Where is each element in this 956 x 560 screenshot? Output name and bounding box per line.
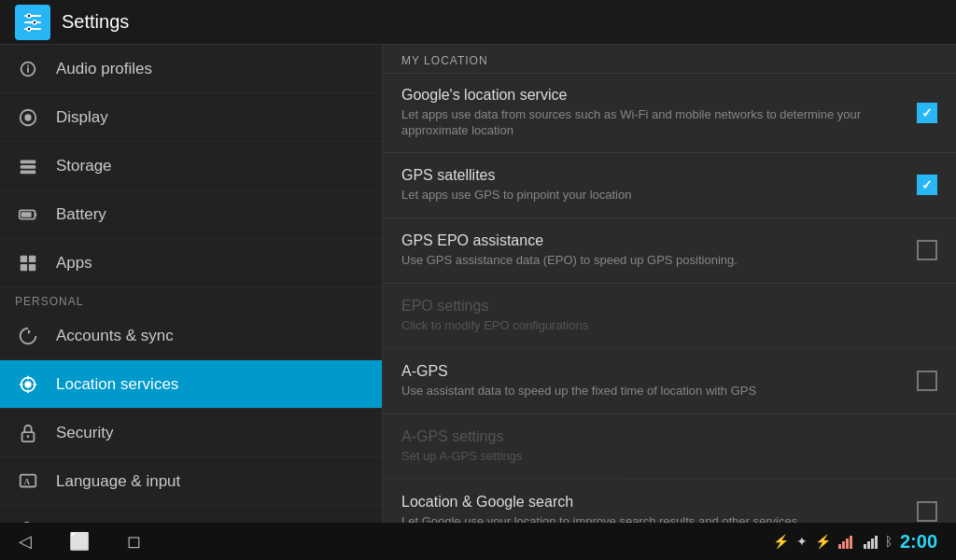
setting-desc: Set up A-GPS settings [401,449,937,465]
status-bar: ◁ ⬜ ◻ ⚡ ✦ ⚡ ᛒ 2:00 [0,523,956,560]
setting-item-a-gps-settings: A-GPS settingsSet up A-GPS settings [383,414,956,480]
setting-title: GPS EPO assistance [401,232,906,249]
svg-point-5 [27,27,31,31]
svg-point-4 [33,21,36,24]
svg-rect-8 [21,160,36,163]
svg-point-6 [24,114,31,120]
status-time: 2:00 [900,531,937,553]
sidebar-item-label: Security [56,424,113,442]
setting-item-a-gps[interactable]: A-GPSUse assistant data to speed up the … [383,349,956,414]
svg-rect-14 [21,255,27,261]
sidebar-item-location-services[interactable]: Location services [0,360,382,409]
main-content: Audio profiles Display Storage [0,45,956,523]
svg-rect-17 [29,263,35,270]
setting-title: GPS satellites [401,167,906,184]
svg-point-3 [27,14,31,18]
setting-title: A-GPS settings [401,428,937,445]
home-button[interactable]: ⬜ [69,531,90,552]
setting-checkbox[interactable] [917,240,937,260]
setting-desc: Let apps use data from sources such as W… [401,107,906,139]
storage-icon [15,153,41,179]
setting-item-location-google-search[interactable]: Location & Google searchLet Google use y… [383,480,956,523]
back-button[interactable]: ◁ [19,531,32,552]
usb-icon: ⚡ [773,534,789,549]
setting-title: A-GPS [401,363,906,380]
svg-rect-10 [21,170,36,174]
sidebar-item-label: Display [56,108,108,127]
setting-desc: Let apps use GPS to pinpoint your locati… [401,188,906,203]
recent-button[interactable]: ◻ [127,531,141,552]
svg-rect-9 [21,165,36,169]
setting-desc: Let Google use your location to improve … [401,514,906,523]
location-services-icon [15,371,41,398]
apps-icon [15,250,41,276]
setting-desc: Use GPS assistance data (EPO) to speed u… [401,253,906,269]
setting-title: Location & Google search [401,494,906,511]
sidebar-item-label: Apps [56,254,92,273]
sidebar-item-display[interactable]: Display [0,93,382,142]
svg-rect-13 [35,213,36,217]
settings-list: Google's location serviceLet apps use da… [383,74,956,523]
setting-desc: Use assistant data to speed up the fixed… [401,384,906,399]
setting-title: Google's location service [401,87,906,104]
setting-checkbox[interactable] [917,371,937,391]
title-bar: Settings [0,0,956,45]
language-input-icon: A [15,469,41,495]
nav-buttons: ◁ ⬜ ◻ [19,531,141,552]
svg-point-25 [27,435,30,438]
personal-section-header: PERSONAL [0,287,382,312]
battery-icon [15,202,41,228]
sidebar-item-label: Accounts & sync [56,327,174,345]
setting-item-gps-epo-assistance[interactable]: GPS EPO assistanceUse GPS assistance dat… [383,218,956,284]
right-panel: MY LOCATION Google's location serviceLet… [383,45,956,523]
sidebar-item-backup-reset[interactable]: Backup & reset [0,506,382,523]
svg-point-18 [24,381,31,387]
sidebar-item-accounts-sync[interactable]: Accounts & sync [0,312,382,360]
setting-item-gps-satellites[interactable]: GPS satellitesLet apps use GPS to pinpoi… [383,153,956,218]
setting-checkbox[interactable] [917,175,937,195]
setting-item-googles-location-service[interactable]: Google's location serviceLet apps use da… [383,74,956,153]
sidebar-item-apps[interactable]: Apps [0,239,382,287]
setting-item-epo-settings: EPO settingsClick to modify EPO configur… [383,284,956,349]
setting-checkbox[interactable] [917,103,937,123]
signal-bars [838,534,852,549]
sidebar-item-audio-profiles[interactable]: Audio profiles [0,45,382,93]
security-icon [15,420,41,446]
status-icons: ⚡ ✦ ⚡ ᛒ 2:00 [773,531,937,553]
svg-rect-15 [29,255,35,261]
sidebar-item-security[interactable]: Security [0,409,382,457]
app-icon [15,5,50,40]
svg-text:A: A [23,476,30,485]
setting-checkbox[interactable] [917,501,937,522]
sidebar-item-battery[interactable]: Battery [0,190,382,239]
sidebar-item-storage[interactable]: Storage [0,142,382,190]
bluetooth-icon: ᛒ [885,534,893,549]
setting-title: EPO settings [401,298,937,315]
sidebar: Audio profiles Display Storage [0,45,383,523]
android-icon: ✦ [796,534,808,549]
signal-bars-2 [864,534,878,549]
audio-profiles-icon [15,56,41,82]
sidebar-item-label: Language & input [56,472,180,491]
sidebar-item-language-input[interactable]: A Language & input [0,457,382,506]
svg-rect-12 [21,212,32,217]
sidebar-item-label: Audio profiles [56,60,152,78]
setting-desc: Click to modify EPO configurations [401,318,937,334]
display-icon [15,105,41,131]
sidebar-item-label: Location services [56,375,178,394]
accounts-sync-icon [15,323,41,349]
sidebar-item-label: Battery [56,205,106,224]
usb2-icon: ⚡ [815,534,831,549]
svg-rect-16 [21,263,27,270]
section-header: MY LOCATION [383,45,956,74]
sidebar-item-label: Storage [56,157,112,175]
page-title: Settings [62,11,129,33]
